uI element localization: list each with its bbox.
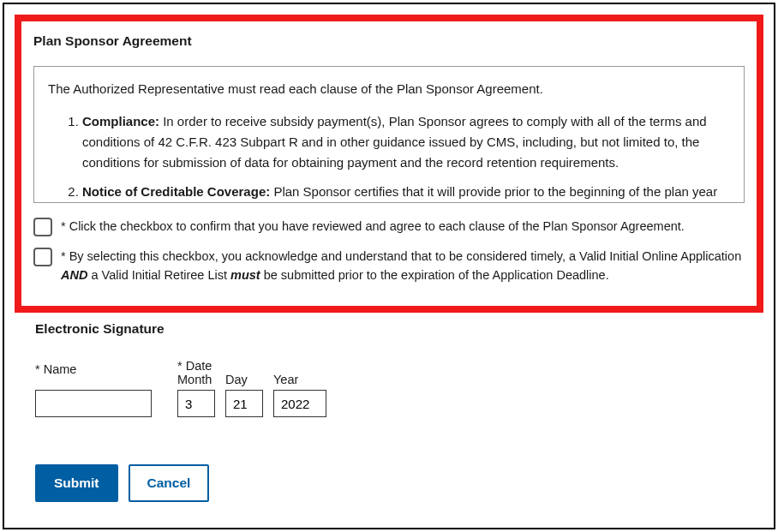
signature-fields: * Name * Date Month Day Year [35,359,326,417]
confirm-review-label: * Click the checkbox to confirm that you… [61,217,745,236]
form-frame: Plan Sponsor Agreement The Authorized Re… [3,3,775,529]
agreement-highlight: Plan Sponsor Agreement The Authorized Re… [15,15,763,313]
confirm-review-row: * Click the checkbox to confirm that you… [33,217,745,236]
acknowledge-timely-checkbox[interactable] [33,248,52,266]
clause-term: Notice of Creditable Coverage: [82,184,270,199]
year-column: Year [273,373,326,417]
cancel-button[interactable]: Cancel [129,464,210,502]
submit-button[interactable]: Submit [35,464,118,502]
clause-item: Notice of Creditable Coverage: Plan Spon… [82,182,730,202]
clause-item: Compliance: In order to receive subsidy … [82,111,730,173]
agreement-scroll-box[interactable]: The Authorized Representative must read … [33,66,745,203]
date-field-group: * Date Month Day Year [177,359,326,417]
acknowledge-timely-label: * By selecting this checkbox, you acknow… [61,247,745,285]
agreement-clauses-list: Compliance: In order to receive subsidy … [48,111,730,202]
day-label: Day [225,373,263,386]
date-label: * Date [177,359,326,373]
acknowledge-timely-row: * By selecting this checkbox, you acknow… [33,247,745,285]
day-input[interactable] [225,390,263,417]
clause-text: Plan Sponsor certifies that it will prov… [270,184,717,199]
year-label: Year [273,373,326,386]
name-field-group: * Name [35,362,152,417]
name-label: * Name [35,362,152,376]
year-input[interactable] [273,390,326,417]
clause-term: Compliance: [82,114,159,129]
signature-title: Electronic Signature [35,321,326,337]
button-row: Submit Cancel [35,464,209,502]
agreement-intro-text: The Authorized Representative must read … [48,79,730,99]
signature-section: Electronic Signature * Name * Date Month… [35,321,326,417]
clause-text: In order to receive subsidy payment(s), … [82,114,707,170]
confirm-review-checkbox[interactable] [33,218,52,236]
month-column: Month [177,373,215,417]
date-inputs-row: Month Day Year [177,373,326,417]
month-input[interactable] [177,390,215,417]
month-label: Month [177,373,215,386]
agreement-title: Plan Sponsor Agreement [33,33,745,49]
name-input[interactable] [35,390,152,417]
day-column: Day [225,373,263,417]
